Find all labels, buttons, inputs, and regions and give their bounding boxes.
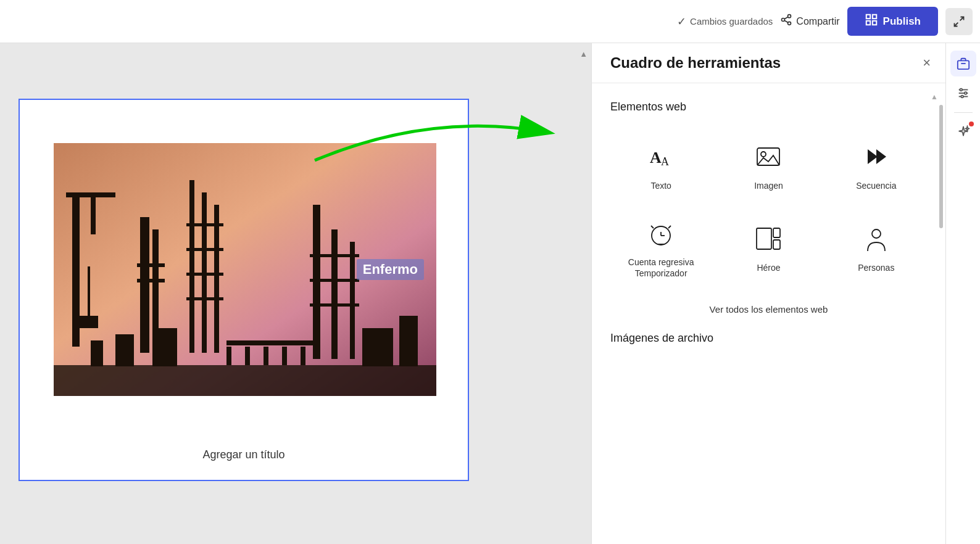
element-personas[interactable]: Personas — [826, 207, 927, 289]
element-imagen[interactable]: Imagen — [718, 131, 819, 201]
svg-rect-38 — [264, 347, 268, 365]
ai-sidebar-button[interactable] — [950, 119, 976, 145]
svg-rect-63 — [957, 60, 968, 69]
svg-rect-16 — [88, 266, 90, 316]
svg-rect-27 — [186, 273, 223, 276]
svg-line-54 — [651, 226, 654, 228]
publish-label: Publish — [883, 15, 921, 28]
svg-rect-41 — [54, 365, 436, 396]
element-heroe[interactable]: Héroe — [718, 207, 819, 289]
saved-status: ✓ Cambios guardados — [677, 15, 773, 28]
personas-label: Personas — [858, 262, 894, 273]
svg-rect-20 — [137, 263, 165, 267]
svg-rect-26 — [186, 248, 223, 251]
svg-rect-34 — [310, 303, 359, 307]
toolbox-scroll[interactable]: Elementos web A A Texto — [592, 83, 945, 535]
svg-text:A: A — [661, 155, 669, 168]
secuencia-icon — [863, 143, 890, 174]
svg-rect-44 — [152, 328, 177, 366]
view-all-link[interactable]: Ver todos los elementos web — [610, 304, 927, 315]
secuencia-label: Secuencia — [856, 180, 896, 191]
settings-sidebar-button[interactable] — [950, 80, 976, 106]
panel-scroll-up: ▲ — [931, 93, 938, 101]
svg-rect-33 — [310, 279, 359, 282]
slide-title[interactable]: Agregar un título — [202, 448, 284, 461]
svg-line-55 — [668, 226, 671, 228]
svg-rect-17 — [80, 316, 98, 328]
svg-rect-49 — [757, 148, 779, 165]
check-icon: ✓ — [677, 15, 686, 28]
canvas-area[interactable]: ▲ — [0, 43, 591, 544]
toolbox-title: Cuadro de herramientas — [610, 54, 781, 72]
svg-rect-42 — [91, 340, 103, 366]
right-panel: Cuadro de herramientas × ▲ Elementos web — [591, 43, 980, 544]
svg-rect-24 — [214, 205, 219, 353]
cuenta-regresiva-icon — [647, 220, 675, 250]
red-dot — [969, 122, 974, 126]
imagen-label: Imagen — [754, 180, 783, 191]
svg-rect-22 — [189, 180, 194, 353]
toolbox-header: Cuadro de herramientas × — [592, 43, 945, 83]
svg-point-70 — [964, 92, 966, 94]
svg-line-3 — [785, 20, 789, 22]
toolbox: Cuadro de herramientas × ▲ Elementos web — [592, 43, 945, 544]
svg-rect-36 — [226, 347, 231, 365]
svg-rect-6 — [872, 15, 876, 19]
svg-marker-52 — [876, 149, 886, 164]
svg-rect-32 — [310, 254, 359, 257]
saved-label: Cambios guardados — [690, 16, 773, 27]
svg-text:A: A — [650, 149, 662, 167]
svg-rect-13 — [66, 192, 115, 197]
heroe-label: Héroe — [757, 262, 780, 273]
svg-rect-8 — [872, 21, 876, 25]
svg-rect-14 — [91, 197, 96, 234]
scroll-up-arrow[interactable]: ▲ — [579, 49, 588, 59]
texto-label: Texto — [650, 180, 671, 191]
collapse-button[interactable] — [945, 8, 973, 35]
topbar: ✓ Cambios guardados Compartir Publish — [0, 0, 980, 43]
publish-button[interactable]: Publish — [847, 7, 938, 36]
svg-rect-30 — [331, 229, 338, 359]
imagen-icon — [755, 143, 782, 174]
svg-rect-28 — [186, 297, 223, 300]
svg-rect-60 — [773, 228, 780, 237]
svg-point-0 — [788, 15, 791, 18]
element-secuencia[interactable]: Secuencia — [826, 131, 927, 201]
svg-rect-37 — [245, 347, 250, 365]
toolbox-sidebar-button[interactable] — [950, 51, 976, 76]
svg-rect-39 — [282, 347, 287, 365]
right-sidebar — [945, 43, 980, 544]
element-cuenta-regresiva[interactable]: Cuenta regresivaTemporizador — [610, 207, 712, 289]
element-texto[interactable]: A A Texto — [610, 131, 712, 201]
elements-grid: A A Texto — [610, 131, 927, 289]
svg-rect-31 — [350, 242, 355, 359]
svg-line-4 — [785, 17, 789, 19]
cuenta-regresiva-label: Cuenta regresivaTemporizador — [628, 257, 694, 279]
svg-point-1 — [782, 19, 785, 22]
slide-canvas[interactable]: Enfermo Agregar un título — [19, 99, 469, 481]
svg-rect-15 — [72, 197, 76, 259]
svg-rect-5 — [866, 15, 870, 19]
publish-icon — [865, 13, 878, 30]
svg-rect-59 — [757, 228, 771, 249]
web-elements-title: Elementos web — [610, 101, 927, 113]
svg-rect-45 — [362, 328, 393, 366]
main-area: ▲ — [0, 43, 980, 544]
svg-point-2 — [788, 22, 791, 25]
svg-point-62 — [872, 229, 881, 238]
svg-rect-7 — [866, 21, 870, 25]
share-label: Compartir — [796, 16, 839, 27]
close-button[interactable]: × — [923, 56, 931, 70]
panel-scrollbar[interactable] — [939, 105, 943, 228]
close-icon: × — [923, 55, 931, 70]
overlay-text: Enfermo — [357, 259, 424, 280]
share-button[interactable]: Compartir — [780, 14, 839, 29]
svg-rect-25 — [186, 223, 223, 226]
stock-images-title: Imágenes de archivo — [610, 332, 927, 345]
svg-point-50 — [761, 152, 766, 157]
svg-rect-40 — [301, 347, 305, 365]
share-icon — [780, 14, 792, 29]
texto-icon: A A — [647, 143, 675, 174]
slide-image: Enfermo — [54, 143, 436, 396]
personas-icon — [863, 225, 890, 256]
